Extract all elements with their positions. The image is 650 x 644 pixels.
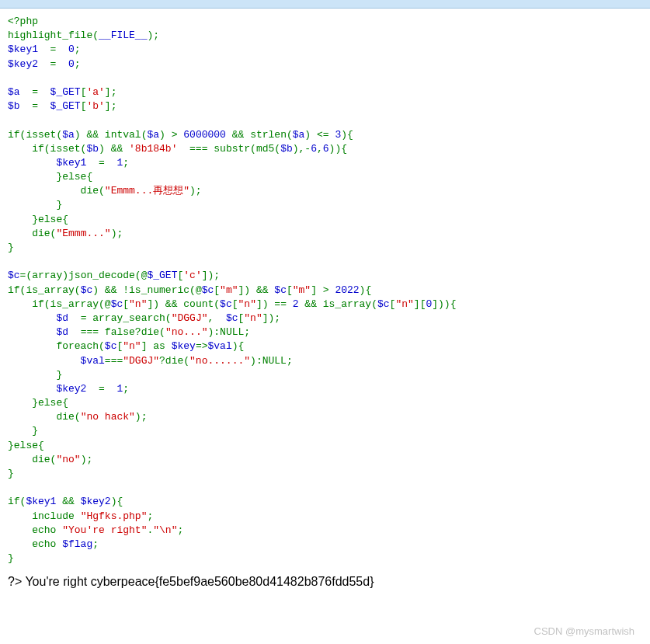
flag-output: You're right cyberpeace{fe5bef9ae560be80…	[25, 575, 374, 588]
fn-highlight: highlight_file	[8, 30, 92, 41]
window-topbar	[0, 0, 650, 9]
output-line: ?> You're right cyberpeace{fe5bef9ae560b…	[0, 572, 650, 604]
code-block: <?php highlight_file(__FILE__); $key1 = …	[0, 9, 650, 572]
php-open: <?php	[8, 16, 38, 27]
php-close: ?>	[8, 575, 25, 588]
